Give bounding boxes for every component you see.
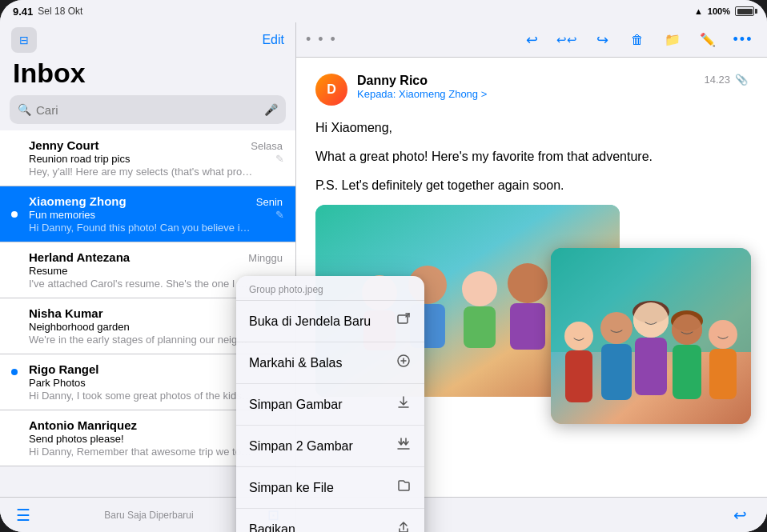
status-right: ▲ 100% xyxy=(694,6,754,16)
email-date: Minggu xyxy=(248,252,283,264)
email-item-jenny[interactable]: Jenny Court Selasa Reunion road trip pic… xyxy=(0,130,295,186)
svg-point-28 xyxy=(709,320,737,349)
context-menu-item-save-to-file[interactable]: Simpan ke File xyxy=(236,467,424,509)
svg-point-7 xyxy=(508,263,548,303)
battery-icon xyxy=(735,6,754,16)
toolbar-left-group: • • • xyxy=(306,31,337,48)
to-label: Kepada: xyxy=(357,88,396,100)
edit-button[interactable]: Edit xyxy=(262,33,284,47)
search-input[interactable] xyxy=(36,103,259,117)
more-button[interactable]: ••• xyxy=(729,26,757,54)
search-bar[interactable]: 🔍 🎤 xyxy=(10,95,286,124)
reply-icon: ↩ xyxy=(526,31,538,49)
device-frame: 9.41 Sel 18 Okt ▲ 100% ⊟ Edit Inbox xyxy=(0,0,767,532)
email-preview: I've attached Carol's resume. She's the … xyxy=(29,278,253,290)
context-menu-filename: Group photo.jpeg xyxy=(236,276,424,301)
edit-indicator: ✎ xyxy=(275,152,284,164)
context-menu-item-save-image[interactable]: Simpan Gambar xyxy=(236,384,424,426)
share-icon xyxy=(396,519,412,532)
reply-all-button[interactable]: ↩↩ xyxy=(552,26,581,54)
email-header: Herland Antezana Minggu xyxy=(29,250,283,264)
email-sender: Xiaomeng Zhong xyxy=(29,194,126,208)
svg-point-26 xyxy=(672,314,702,345)
toolbar-dots: • • • xyxy=(306,31,337,48)
from-to: Kepada: Xiaomeng Zhong > xyxy=(357,88,704,100)
svg-rect-23 xyxy=(635,338,667,395)
left-toolbar: ⊟ Edit xyxy=(0,22,295,58)
to-name: Xiaomeng Zhong > xyxy=(399,88,487,100)
reply-bottom-button[interactable]: ↩ xyxy=(725,501,754,530)
forward-button[interactable]: ↪ xyxy=(588,26,616,54)
sidebar-icon: ⊟ xyxy=(19,34,29,46)
save-to-file-icon xyxy=(396,478,412,498)
markup-reply-icon xyxy=(396,353,412,373)
toolbar-right-group: ↩ ↩↩ ↪ 🗑 📁 ✏️ xyxy=(517,26,757,54)
email-body-2: P.S. Let's definitely get together again… xyxy=(315,176,748,195)
battery-percent: 100% xyxy=(708,6,730,16)
context-menu-item-open-new-window[interactable]: Buka di Jendela Baru xyxy=(236,301,424,342)
from-name: Danny Rico xyxy=(357,74,704,88)
email-header: Jenny Court Selasa xyxy=(29,138,283,152)
folder-icon: 📁 xyxy=(665,32,681,47)
inbox-title: Inbox xyxy=(0,58,295,95)
search-icon: 🔍 xyxy=(18,103,31,116)
trash-button[interactable]: 🗑 xyxy=(623,26,652,54)
folder-button[interactable]: 📁 xyxy=(658,26,687,54)
email-sender: Nisha Kumar xyxy=(29,306,103,320)
email-sender: Antonio Manriquez xyxy=(29,418,137,432)
svg-rect-8 xyxy=(510,303,545,350)
sender-avatar: D xyxy=(315,74,347,106)
status-time: 9.41 xyxy=(13,6,33,18)
email-preview: Hi Danny, I took some great photos of th… xyxy=(29,390,253,402)
svg-rect-17 xyxy=(565,350,592,402)
open-new-window-icon xyxy=(396,311,412,331)
more-icon: ••• xyxy=(733,31,753,48)
context-menu-item-save-2-images[interactable]: Simpan 2 Gambar xyxy=(236,426,424,467)
email-preview: Hi Danny, Remember that awesome trip we … xyxy=(29,446,253,458)
context-menu-item-markup-reply[interactable]: Markahi & Balas xyxy=(236,342,424,384)
email-preview: We're in the early stages of planning ou… xyxy=(29,334,253,346)
email-body: Hi Xiaomeng, What a great photo! Here's … xyxy=(315,118,748,195)
email-date: Selasa xyxy=(251,140,283,152)
reply-all-icon: ↩↩ xyxy=(556,33,577,47)
context-menu-item-label: Simpan Gambar xyxy=(249,398,343,412)
email-body-1: What a great photo! Here's my favorite f… xyxy=(315,147,748,166)
email-greeting: Hi Xiaomeng, xyxy=(315,118,748,138)
edit-indicator: ✎ xyxy=(275,208,284,220)
mailbox-button[interactable]: ☰ xyxy=(13,502,34,528)
update-label: Baru Saja Diperbarui xyxy=(104,510,193,521)
svg-point-16 xyxy=(564,322,593,350)
email-time: 14.23 xyxy=(704,74,730,86)
context-menu-item-label: Buka di Jendela Baru xyxy=(249,314,371,329)
save-image-icon xyxy=(396,394,412,414)
compose-button[interactable]: ✏️ xyxy=(693,26,722,54)
email-item-xiaomeng[interactable]: Xiaomeng Zhong Senin Fun memories Hi Dan… xyxy=(0,186,295,242)
email-sender: Herland Antezana xyxy=(29,250,130,264)
wifi-icon: ▲ xyxy=(694,6,703,16)
email-sender: Rigo Rangel xyxy=(29,362,99,376)
svg-point-5 xyxy=(462,271,497,306)
sidebar-toggle-button[interactable]: ⊟ xyxy=(11,27,37,53)
forward-icon: ↪ xyxy=(596,31,608,49)
svg-rect-19 xyxy=(601,344,632,400)
context-menu-item-label: Simpan ke File xyxy=(249,481,334,495)
email-subject: Reunion road trip pics xyxy=(29,153,283,165)
email-from-info: Danny Rico Kepada: Xiaomeng Zhong > xyxy=(357,74,704,100)
compose-icon: ✏️ xyxy=(700,32,716,47)
context-menu-item-share[interactable]: Bagikan xyxy=(236,509,424,532)
save-2-images-icon xyxy=(396,436,412,456)
svg-rect-29 xyxy=(709,349,737,399)
email-from-header: D Danny Rico Kepada: Xiaomeng Zhong > 14… xyxy=(315,74,748,106)
svg-point-22 xyxy=(633,302,669,338)
reply-button[interactable]: ↩ xyxy=(517,26,546,54)
email-date: Senin xyxy=(256,196,283,208)
battery-fill xyxy=(737,9,753,14)
email-subject: Resume xyxy=(29,265,283,277)
photo-overlay[interactable] xyxy=(551,248,751,424)
status-date: Sel 18 Okt xyxy=(38,6,82,17)
mailbox-icon: ☰ xyxy=(16,506,30,525)
svg-rect-27 xyxy=(673,345,701,399)
email-preview: Hi Danny, Found this photo! Can you beli… xyxy=(29,222,253,234)
trash-icon: 🗑 xyxy=(631,33,644,47)
paperclip-icon: 📎 xyxy=(735,74,748,86)
